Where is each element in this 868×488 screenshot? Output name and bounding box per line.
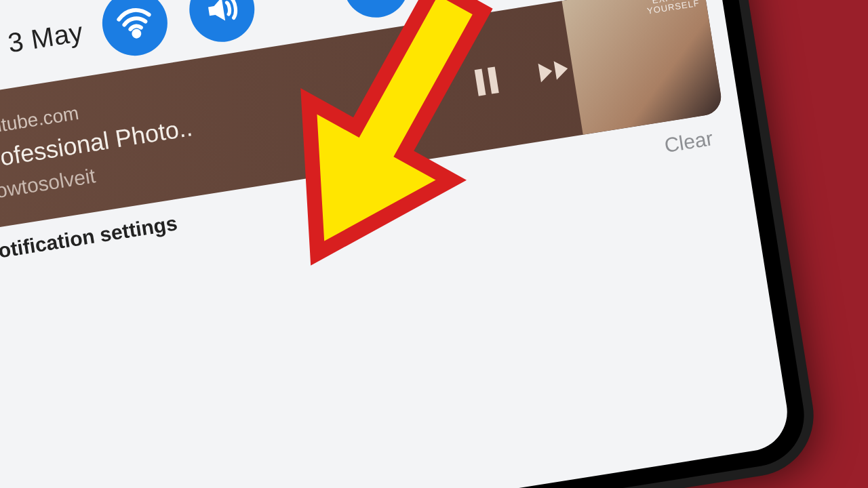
sound-toggle[interactable]: [185, 0, 260, 47]
rewind-button[interactable]: [398, 70, 441, 114]
clear-button[interactable]: Clear: [663, 127, 714, 157]
bluetooth-toggle[interactable]: [426, 0, 500, 8]
data-arrows-icon: [356, 0, 396, 5]
wifi-toggle[interactable]: [98, 0, 172, 60]
mobile-data-toggle[interactable]: [339, 0, 414, 22]
media-thumbnail: [561, 0, 724, 135]
wifi-icon: [114, 2, 156, 44]
svg-rect-12: [475, 68, 486, 96]
forward-button[interactable]: [532, 49, 575, 92]
pause-button[interactable]: [467, 61, 507, 101]
date-label: Sun, 3 May: [0, 16, 85, 68]
sound-icon: [202, 0, 242, 29]
svg-point-11: [134, 30, 140, 37]
svg-rect-13: [488, 66, 499, 94]
